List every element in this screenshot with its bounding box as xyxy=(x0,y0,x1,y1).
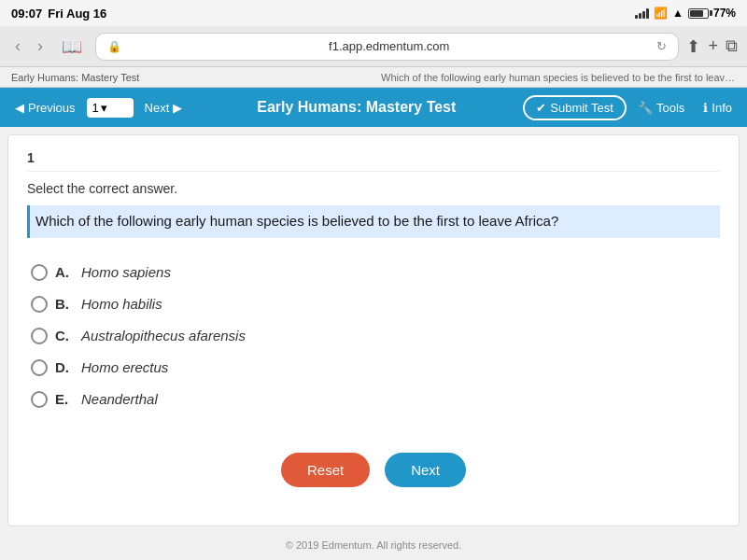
next-button[interactable]: Next xyxy=(385,453,466,487)
footer: © 2019 Edmentum. All rights reserved. xyxy=(0,534,747,556)
question-number-display: 1 xyxy=(27,150,720,172)
info-label: Info xyxy=(712,101,732,115)
footer-text: © 2019 Edmentum. All rights reserved. xyxy=(286,539,461,551)
option-e-text: Neanderthal xyxy=(81,391,158,407)
info-icon: ℹ xyxy=(703,101,708,115)
tabs-button[interactable]: ⧉ xyxy=(726,36,738,57)
options-list: A. Homo sapiens B. Homo habilis C. Austr… xyxy=(27,257,720,415)
question-number: 1 xyxy=(92,101,99,115)
next-nav-label: Next xyxy=(145,101,170,115)
option-e-letter: E. xyxy=(55,391,74,407)
instruction-text: Select the correct answer. xyxy=(27,181,720,196)
option-d-letter: D. xyxy=(55,359,74,375)
option-c-letter: C. xyxy=(55,328,74,343)
option-c-text: Australopithecus afarensis xyxy=(81,328,246,343)
radio-a[interactable] xyxy=(31,264,48,281)
date-display: Fri Aug 16 xyxy=(48,7,106,21)
option-a-letter: A. xyxy=(55,264,74,280)
radio-c[interactable] xyxy=(31,328,48,344)
option-a-text: Homo sapiens xyxy=(81,264,171,280)
radio-d[interactable] xyxy=(31,359,48,376)
location-icon: ▲ xyxy=(672,7,684,20)
tab-question-preview: Which of the following early human speci… xyxy=(381,72,736,83)
next-nav-button[interactable]: Next ▶ xyxy=(137,97,190,119)
time-display: 09:07 xyxy=(11,7,42,21)
previous-button[interactable]: ◀ Previous xyxy=(7,97,83,119)
test-title: Early Humans: Mastery Test xyxy=(193,99,519,116)
option-a[interactable]: A. Homo sapiens xyxy=(27,257,720,288)
next-nav-icon: ▶ xyxy=(173,101,182,115)
question-selector[interactable]: 1 ▾ xyxy=(87,98,134,118)
lock-icon: 🔒 xyxy=(107,40,121,53)
option-c[interactable]: C. Australopithecus afarensis xyxy=(27,320,720,352)
tools-label: Tools xyxy=(656,101,684,115)
action-buttons: Reset Next xyxy=(27,443,720,487)
browser-bar: ‹ › 📖 🔒 f1.app.edmentum.com ↻ ⬆ + ⧉ xyxy=(0,26,747,67)
bookmarks-button[interactable]: 📖 xyxy=(56,35,88,59)
option-b-letter: B. xyxy=(55,296,74,312)
signal-icon xyxy=(635,7,649,19)
add-tab-button[interactable]: + xyxy=(708,36,718,57)
tools-button[interactable]: 🔧 Tools xyxy=(630,97,692,119)
reset-button[interactable]: Reset xyxy=(281,453,370,487)
battery-icon xyxy=(688,8,709,19)
url-bar[interactable]: 🔒 f1.app.edmentum.com ↻ xyxy=(95,33,679,61)
question-text: Which of the following early human speci… xyxy=(27,205,720,238)
back-button[interactable]: ‹ xyxy=(9,35,26,58)
submit-label: Submit Test xyxy=(550,101,613,115)
wifi-icon: 📶 xyxy=(654,7,668,20)
url-text: f1.app.edmentum.com xyxy=(127,39,651,53)
option-e[interactable]: E. Neanderthal xyxy=(27,384,720,415)
previous-icon: ◀ xyxy=(15,101,24,115)
share-button[interactable]: ⬆ xyxy=(686,36,700,57)
main-content: 1 Select the correct answer. Which of th… xyxy=(7,134,740,526)
radio-b[interactable] xyxy=(31,296,48,313)
forward-button[interactable]: › xyxy=(32,35,49,58)
app-toolbar: ◀ Previous 1 ▾ Next ▶ Early Humans: Mast… xyxy=(0,88,747,127)
chevron-down-icon: ▾ xyxy=(101,101,107,115)
status-bar: 09:07 Fri Aug 16 📶 ▲ 77% xyxy=(0,0,747,26)
battery-percent: 77% xyxy=(713,7,736,20)
option-d-text: Homo erectus xyxy=(81,359,168,375)
reload-button[interactable]: ↻ xyxy=(656,39,667,53)
previous-label: Previous xyxy=(28,101,76,115)
tab-bar: Early Humans: Mastery Test Which of the … xyxy=(0,67,747,88)
option-b-text: Homo habilis xyxy=(81,296,162,312)
tab-title: Early Humans: Mastery Test xyxy=(11,72,139,83)
submit-test-button[interactable]: ✔ Submit Test xyxy=(523,95,627,120)
radio-e[interactable] xyxy=(31,391,48,408)
info-button[interactable]: ℹ Info xyxy=(696,97,740,119)
option-b[interactable]: B. Homo habilis xyxy=(27,288,720,320)
option-d[interactable]: D. Homo erectus xyxy=(27,352,720,384)
tools-icon: 🔧 xyxy=(638,101,653,115)
submit-icon: ✔ xyxy=(536,101,546,115)
